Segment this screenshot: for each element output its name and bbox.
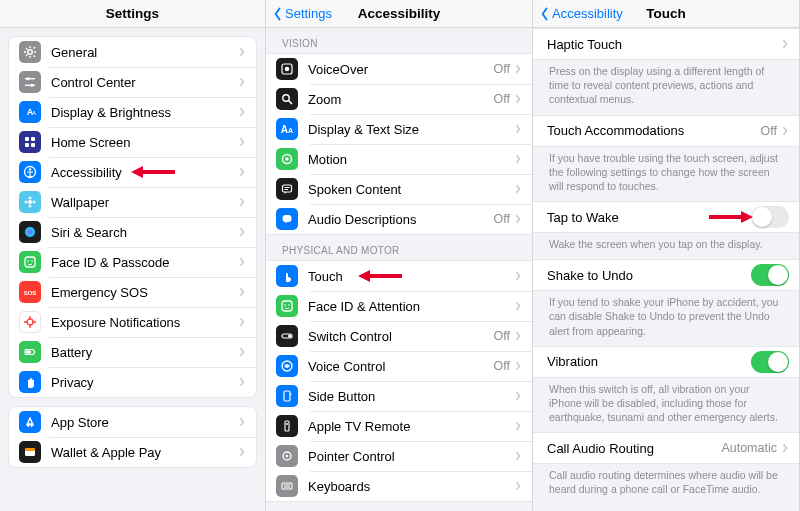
row-shake-to-undo[interactable]: Shake to Undo xyxy=(533,260,799,290)
svg-point-0 xyxy=(28,50,33,55)
touch-navbar: Accessibility Touch xyxy=(533,0,799,28)
remote-icon xyxy=(276,415,298,437)
svg-rect-34 xyxy=(25,448,35,451)
svg-point-25 xyxy=(27,319,33,325)
sun-icon: AA xyxy=(19,101,41,123)
row-pointer[interactable]: Pointer Control xyxy=(266,441,532,471)
row-wallet[interactable]: Wallet & Apple Pay xyxy=(9,437,256,467)
row-touch-accom[interactable]: Touch AccommodationsOff xyxy=(533,116,799,146)
accessibility-column: Settings Accessibility VISIONVoiceOverOf… xyxy=(266,0,533,511)
svg-point-15 xyxy=(28,200,32,204)
toggle-vibration[interactable] xyxy=(751,351,789,373)
row-siri[interactable]: Siri & Search xyxy=(9,217,256,247)
row-label: Vibration xyxy=(547,354,751,369)
row-accessibility[interactable]: Accessibility xyxy=(9,157,256,187)
svg-text:SOS: SOS xyxy=(24,290,37,296)
row-exposure[interactable]: Exposure Notifications xyxy=(9,307,256,337)
row-label: Switch Control xyxy=(308,329,494,344)
footer-text: Press on the display using a different l… xyxy=(533,60,799,115)
row-touch[interactable]: Touch xyxy=(266,261,532,291)
touch-group: Call Audio RoutingAutomatic xyxy=(533,432,799,464)
row-call-audio[interactable]: Call Audio RoutingAutomatic xyxy=(533,433,799,463)
row-label: Pointer Control xyxy=(308,449,514,464)
row-voiceover[interactable]: VoiceOverOff xyxy=(266,54,532,84)
row-switch-control[interactable]: Switch ControlOff xyxy=(266,321,532,351)
chevron-right-icon xyxy=(238,286,246,298)
row-value: Off xyxy=(494,212,510,226)
row-app-store[interactable]: App Store xyxy=(9,407,256,437)
back-label: Settings xyxy=(285,6,332,21)
chevron-right-icon xyxy=(514,183,522,195)
row-motion[interactable]: Motion xyxy=(266,144,532,174)
touch-title: Touch xyxy=(646,6,686,21)
row-battery[interactable]: Battery xyxy=(9,337,256,367)
row-wallpaper[interactable]: Wallpaper xyxy=(9,187,256,217)
svg-point-20 xyxy=(25,227,35,237)
row-label: Voice Control xyxy=(308,359,494,374)
svg-point-18 xyxy=(24,200,27,203)
row-general[interactable]: General xyxy=(9,37,256,67)
row-label: Face ID & Passcode xyxy=(51,255,238,270)
footer-text: Call audio routing determines where audi… xyxy=(533,464,799,504)
row-label: Shake to Undo xyxy=(547,268,751,283)
row-label: Privacy xyxy=(51,375,238,390)
row-audio-desc[interactable]: Audio DescriptionsOff xyxy=(266,204,532,234)
settings-group: App StoreWallet & Apple Pay xyxy=(8,406,257,468)
back-label: Accessibility xyxy=(552,6,623,21)
face-icon xyxy=(19,251,41,273)
keyboard-icon xyxy=(276,475,298,497)
chevron-right-icon xyxy=(238,376,246,388)
chevron-right-icon xyxy=(514,360,522,372)
row-side-button[interactable]: Side Button xyxy=(266,381,532,411)
toggle-tap-to-wake[interactable] xyxy=(751,206,789,228)
row-label: Battery xyxy=(51,345,238,360)
toggle-shake-to-undo[interactable] xyxy=(751,264,789,286)
back-to-accessibility[interactable]: Accessibility xyxy=(539,6,623,21)
row-display[interactable]: AADisplay & Brightness xyxy=(9,97,256,127)
settings-column: Settings GeneralControl CenterAADisplay … xyxy=(0,0,266,511)
row-spoken[interactable]: Spoken Content xyxy=(266,174,532,204)
virus-icon xyxy=(19,311,41,333)
speak-icon xyxy=(276,178,298,200)
touch-column: Accessibility Touch Haptic TouchPress on… xyxy=(533,0,800,511)
svg-rect-9 xyxy=(25,143,29,147)
chevron-right-icon xyxy=(514,330,522,342)
row-face-attention[interactable]: Face ID & Attention xyxy=(266,291,532,321)
svg-point-4 xyxy=(30,84,33,87)
row-vibration[interactable]: Vibration xyxy=(533,347,799,377)
chevron-right-icon xyxy=(514,123,522,135)
accessibility-list[interactable]: VISIONVoiceOverOffZoomOffAADisplay & Tex… xyxy=(266,28,532,511)
row-apple-tv[interactable]: Apple TV Remote xyxy=(266,411,532,441)
svg-point-17 xyxy=(28,204,31,207)
row-control-center[interactable]: Control Center xyxy=(9,67,256,97)
row-sos[interactable]: SOSEmergency SOS xyxy=(9,277,256,307)
svg-point-59 xyxy=(286,455,289,458)
svg-rect-21 xyxy=(25,257,35,267)
row-tap-to-wake[interactable]: Tap to Wake xyxy=(533,202,799,232)
chevron-right-icon xyxy=(238,136,246,148)
back-to-settings[interactable]: Settings xyxy=(272,6,332,21)
chevron-right-icon xyxy=(238,346,246,358)
chevron-right-icon xyxy=(781,125,789,137)
row-label: VoiceOver xyxy=(308,62,494,77)
row-keyboards[interactable]: Keyboards xyxy=(266,471,532,501)
footer-text: If you have trouble using the touch scre… xyxy=(533,147,799,202)
row-zoom[interactable]: ZoomOff xyxy=(266,84,532,114)
row-haptic-touch[interactable]: Haptic Touch xyxy=(533,29,799,59)
row-home-screen[interactable]: Home Screen xyxy=(9,127,256,157)
section-header-vision: VISION xyxy=(266,28,532,53)
hand-icon xyxy=(19,371,41,393)
vision-list: VoiceOverOffZoomOffAADisplay & Text Size… xyxy=(266,53,532,235)
touch-list[interactable]: Haptic TouchPress on the display using a… xyxy=(533,28,799,511)
row-privacy[interactable]: Privacy xyxy=(9,367,256,397)
svg-rect-10 xyxy=(31,143,35,147)
settings-list[interactable]: GeneralControl CenterAADisplay & Brightn… xyxy=(0,28,265,511)
svg-point-57 xyxy=(286,423,288,425)
settings-group: GeneralControl CenterAADisplay & Brightn… xyxy=(8,36,257,398)
bubble-icon xyxy=(276,208,298,230)
row-voice-control[interactable]: Voice ControlOff xyxy=(266,351,532,381)
svg-point-22 xyxy=(27,260,29,262)
row-text-size[interactable]: AADisplay & Text Size xyxy=(266,114,532,144)
svg-point-16 xyxy=(28,196,31,199)
row-faceid[interactable]: Face ID & Passcode xyxy=(9,247,256,277)
